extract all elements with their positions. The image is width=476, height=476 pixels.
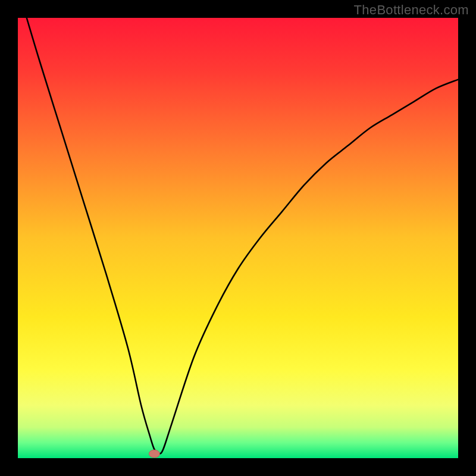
bottleneck-chart [0,0,476,476]
optimum-marker [149,450,159,458]
watermark-text: TheBottleneck.com [354,2,469,18]
plot-background [18,18,458,458]
chart-frame: TheBottleneck.com [0,0,476,476]
